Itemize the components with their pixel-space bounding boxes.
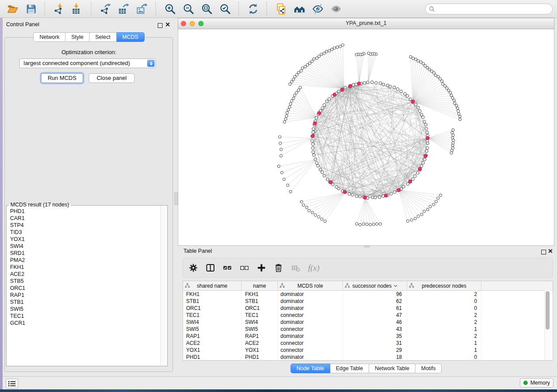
open-file-icon[interactable] — [6, 2, 20, 16]
search-box[interactable] — [425, 3, 553, 14]
mcds-result-item[interactable]: STB1 — [7, 299, 155, 306]
column-header-successor-nodes[interactable]: successor nodes — [343, 281, 407, 290]
table-row[interactable]: SWI5SWI5connector431 — [183, 326, 553, 333]
mcds-result-item[interactable]: STP4 — [7, 222, 155, 229]
column-label: successor nodes — [352, 283, 391, 289]
table-cell: 1 — [407, 326, 481, 333]
horizontal-splitter-handle[interactable] — [364, 246, 370, 248]
vertical-splitter-handle[interactable] — [174, 192, 178, 205]
column-header-predecessor-nodes[interactable]: predecessor nodes — [407, 281, 481, 290]
new-network-from-selection-icon[interactable] — [274, 2, 288, 16]
table-row[interactable]: SWI4SWI4dominator462 — [183, 319, 553, 326]
table-row[interactable]: YOX1YOX1connector291 — [183, 347, 553, 354]
export-image-icon[interactable] — [135, 2, 149, 16]
zoom-in-icon[interactable] — [163, 2, 177, 16]
mcds-result-item[interactable]: GCR1 — [7, 320, 155, 327]
hide-selected-icon[interactable] — [311, 2, 325, 16]
mcds-result-item[interactable]: YOX1 — [7, 236, 155, 243]
tab-network[interactable]: Network — [33, 32, 66, 42]
table-row[interactable]: TEC1TEC1connector472 — [183, 312, 553, 319]
mcds-result-item[interactable]: PHD1 — [7, 208, 155, 215]
import-table-icon[interactable] — [70, 2, 84, 16]
export-network-icon[interactable] — [98, 2, 112, 16]
network-canvas[interactable] — [178, 29, 554, 246]
control-panel-float-button[interactable] — [158, 23, 163, 28]
table-row[interactable]: STB1STB1dominator620 — [183, 298, 553, 305]
table-row[interactable]: RAP1RAP1dominator352 — [183, 333, 553, 340]
zoom-out-icon[interactable] — [181, 2, 195, 16]
toolbar-separator — [239, 2, 239, 16]
task-history-button[interactable] — [6, 378, 18, 389]
table-cell: 2 — [407, 291, 481, 298]
mcds-result-item[interactable]: SRD1 — [7, 250, 155, 257]
mcds-result-item[interactable]: SWI5 — [7, 306, 155, 313]
table-cell: TEC1 — [242, 312, 278, 319]
tab-node-table[interactable]: Node Table — [291, 364, 330, 373]
delete-table-icon[interactable] — [291, 263, 300, 272]
apply-layout-icon[interactable] — [246, 2, 260, 16]
node-table: shared namenameMCDS rolesuccessor nodesp… — [183, 281, 553, 361]
tab-edge-table[interactable]: Edge Table — [330, 364, 369, 373]
mcds-result-item[interactable]: TID3 — [7, 229, 155, 236]
close-panel-button[interactable]: Close panel — [89, 73, 135, 83]
table-panel-float-button[interactable] — [541, 250, 546, 254]
mcds-result-scrollbar[interactable] — [160, 206, 167, 365]
create-column-icon[interactable] — [257, 263, 266, 272]
search-input[interactable] — [437, 6, 549, 13]
mcds-result-item[interactable]: ORC1 — [7, 285, 155, 292]
column-header-name[interactable]: name — [242, 281, 278, 290]
mcds-result-item[interactable]: STB5 — [7, 278, 155, 285]
show-hide-columns-icon[interactable] — [206, 263, 215, 272]
table-cell: STB1 — [242, 298, 278, 305]
column-header-shared-name[interactable]: shared name — [183, 281, 242, 290]
zoom-fit-icon[interactable] — [200, 2, 214, 16]
mcds-result-item[interactable]: PMA2 — [7, 257, 155, 264]
table-panel-close-button[interactable]: ✕ — [548, 248, 553, 254]
tab-network-table[interactable]: Network Table — [369, 364, 415, 373]
show-all-icon[interactable] — [329, 2, 343, 16]
table-row[interactable]: FKH1FKH1dominator962 — [183, 291, 553, 298]
table-cell: 31 — [343, 340, 407, 347]
mcds-result-item[interactable]: RAP1 — [7, 292, 155, 299]
table-cell: RAP1 — [242, 333, 278, 340]
node-table-header: shared namenameMCDS rolesuccessor nodesp… — [183, 281, 553, 291]
table-cell: STB1 — [183, 298, 242, 305]
mcds-result-item[interactable]: SWI4 — [7, 243, 155, 250]
cytoscape-app: Control Panel ✕ NetworkStyleSelectMCDS O… — [0, 0, 557, 392]
tab-motifs[interactable]: Motifs — [415, 364, 442, 373]
select-all-icon[interactable] — [223, 263, 232, 272]
toolbar-separator — [91, 2, 92, 16]
zoom-selected-icon[interactable] — [218, 2, 232, 16]
mcds-result-item[interactable]: FKH1 — [7, 264, 155, 271]
mcds-result-item[interactable]: ACE2 — [7, 271, 155, 278]
tab-select[interactable]: Select — [90, 32, 117, 42]
table-row[interactable]: ACE2ACE2connector311 — [183, 340, 553, 347]
memory-button[interactable]: Memory — [520, 378, 554, 388]
run-mcds-button[interactable]: Run MCDS — [41, 73, 83, 83]
mcds-result-item[interactable]: CAR1 — [7, 215, 155, 222]
table-row[interactable]: ORC1ORC1dominator610 — [183, 305, 553, 312]
tab-mcds[interactable]: MCDS — [117, 32, 145, 42]
import-network-icon[interactable] — [52, 2, 66, 16]
table-scrollbar-thumb[interactable] — [546, 291, 550, 330]
table-cell: connector — [278, 347, 343, 354]
first-neighbors-icon[interactable] — [292, 2, 306, 16]
table-cell: YOX1 — [183, 347, 242, 354]
delete-column-icon[interactable] — [274, 263, 283, 272]
table-gear-icon[interactable] — [189, 263, 198, 272]
mcds-result-item[interactable]: TEC1 — [7, 313, 155, 320]
column-header-MCDS-role[interactable]: MCDS role — [278, 281, 343, 290]
network-graph[interactable] — [178, 29, 554, 245]
table-cell: PHD1 — [183, 354, 242, 361]
control-panel-close-button[interactable]: ✕ — [165, 22, 170, 27]
criterion-dropdown[interactable]: largest connected component (undirected) — [19, 58, 156, 68]
table-row[interactable]: PHD1PHD1dominator180 — [183, 354, 553, 361]
memory-label: Memory — [530, 380, 550, 386]
deselect-all-icon[interactable] — [240, 263, 249, 272]
tab-style[interactable]: Style — [66, 32, 90, 42]
table-cell: TEC1 — [183, 312, 242, 319]
table-cell: PHD1 — [242, 354, 278, 361]
save-session-icon[interactable] — [24, 2, 38, 16]
export-table-icon[interactable] — [117, 2, 131, 16]
table-cell: YOX1 — [242, 347, 278, 354]
